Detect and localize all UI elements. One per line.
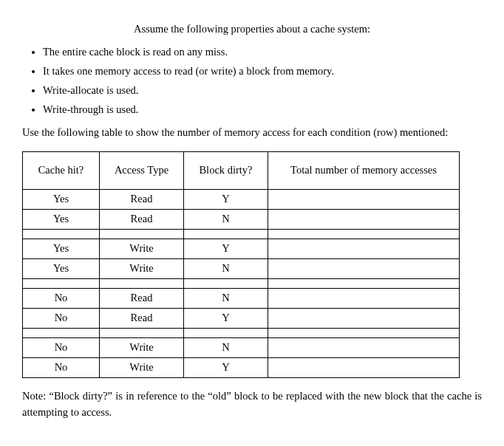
list-item: It takes one memory access to read (or w… — [43, 64, 482, 80]
cell-block-dirty: Y — [184, 357, 268, 377]
properties-list: The entire cache block is read on any mi… — [22, 44, 482, 117]
cell-total[interactable] — [268, 189, 460, 209]
cell-total[interactable] — [268, 337, 460, 357]
header-block-dirty: Block dirty? — [184, 152, 268, 190]
cell-cache-hit: No — [23, 357, 100, 377]
table-spacer — [23, 229, 460, 239]
table-header-row: Cache hit? Access Type Block dirty? Tota… — [23, 152, 460, 190]
cell-access-type: Read — [100, 189, 184, 209]
table-row: Yes Write N — [23, 258, 460, 278]
cell-cache-hit: Yes — [23, 239, 100, 258]
cell-access-type: Write — [100, 337, 184, 357]
cell-block-dirty: Y — [184, 239, 268, 258]
cell-total[interactable] — [268, 258, 460, 278]
cell-cache-hit: No — [23, 308, 100, 328]
table-row: Yes Read N — [23, 209, 460, 229]
cell-block-dirty: N — [184, 337, 268, 357]
note-text: Note: “Block dirty?” is in reference to … — [22, 388, 482, 421]
cell-cache-hit: Yes — [23, 189, 100, 209]
cell-access-type: Read — [100, 308, 184, 328]
intro-text: Assume the following properties about a … — [22, 21, 482, 38]
list-item: Write-through is used. — [43, 102, 482, 118]
instruction-text: Use the following table to show the numb… — [22, 125, 482, 141]
cell-total[interactable] — [268, 239, 460, 258]
list-item: Write-allocate is used. — [43, 83, 482, 99]
cell-total[interactable] — [268, 308, 460, 328]
cell-total[interactable] — [268, 357, 460, 377]
cell-cache-hit: No — [23, 337, 100, 357]
cell-block-dirty: Y — [184, 308, 268, 328]
table-row: Yes Write Y — [23, 239, 460, 258]
cell-block-dirty: N — [184, 209, 268, 229]
table-row: No Read N — [23, 288, 460, 308]
table-row: Yes Read Y — [23, 189, 460, 209]
page: Assume the following properties about a … — [0, 0, 504, 446]
table-spacer — [23, 278, 460, 288]
list-item: The entire cache block is read on any mi… — [43, 44, 482, 61]
cell-cache-hit: No — [23, 288, 100, 308]
table-row: No Read Y — [23, 308, 460, 328]
cell-access-type: Write — [100, 239, 184, 258]
cell-cache-hit: Yes — [23, 258, 100, 278]
table-row: No Write Y — [23, 357, 460, 377]
cell-access-type: Write — [100, 357, 184, 377]
cell-block-dirty: Y — [184, 189, 268, 209]
header-total: Total number of memory accesses — [268, 152, 460, 190]
cell-cache-hit: Yes — [23, 209, 100, 229]
header-access-type: Access Type — [100, 152, 184, 190]
table-spacer — [23, 328, 460, 337]
cell-total[interactable] — [268, 288, 460, 308]
table-row: No Write N — [23, 337, 460, 357]
cell-block-dirty: N — [184, 288, 268, 308]
cell-total[interactable] — [268, 209, 460, 229]
header-cache-hit: Cache hit? — [23, 152, 100, 190]
cache-table: Cache hit? Access Type Block dirty? Tota… — [22, 151, 460, 378]
cell-block-dirty: N — [184, 258, 268, 278]
cell-access-type: Read — [100, 288, 184, 308]
cell-access-type: Write — [100, 258, 184, 278]
cell-access-type: Read — [100, 209, 184, 229]
